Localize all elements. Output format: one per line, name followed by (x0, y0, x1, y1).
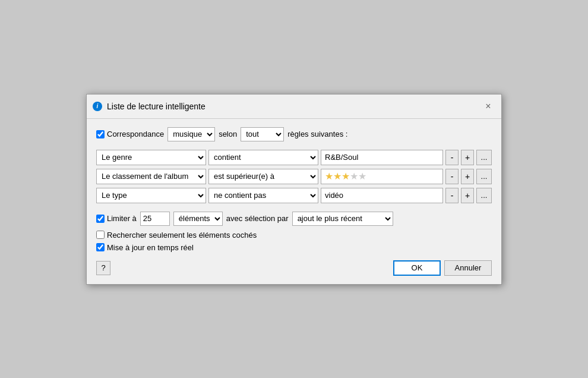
rule2-field-select[interactable]: Le genre Le titre L'artiste L'album Le t… (96, 169, 206, 184)
regles-label: règles suivantes : (287, 130, 347, 138)
limit-unit-select[interactable]: éléments Mo Go heures minutes (173, 212, 223, 226)
checked-only-row: Rechercher seulement les éléments cochés (96, 231, 492, 240)
star3[interactable]: ★ (342, 171, 350, 182)
limit-selection-select[interactable]: ajout le plus récent ajout le plus ancie… (292, 212, 393, 226)
music-select[interactable]: musique vidéo podcast (167, 127, 215, 141)
live-update-text: Mise à jour en temps réel (107, 243, 194, 252)
action-buttons: OK Annuler (393, 260, 492, 276)
limit-checkbox-label[interactable]: Limiter à (96, 214, 137, 223)
smart-playlist-dialog: i Liste de lecture intelligente × Corres… (86, 94, 502, 285)
rule2-dots-button[interactable]: ... (476, 169, 492, 184)
live-update-row: Mise à jour en temps réel (96, 243, 492, 252)
selection-label: avec sélection par (226, 214, 289, 223)
rule1-operator-select[interactable]: contient ne contient pas est n'est pas (208, 150, 318, 165)
rule1-minus-button[interactable]: - (445, 150, 459, 165)
rule2-minus-button[interactable]: - (445, 169, 459, 184)
rule3-operator-select[interactable]: contient ne contient pas est n'est pas (208, 188, 318, 203)
correspondence-checkbox-label[interactable]: Correspondance (96, 130, 164, 138)
rule3-dots-button[interactable]: ... (476, 188, 492, 203)
rules-grid: Le genre Le titre L'artiste L'album Le t… (96, 150, 492, 203)
star5-empty[interactable]: ★ (358, 171, 366, 182)
help-button[interactable]: ? (96, 261, 110, 275)
correspondence-checkbox[interactable] (96, 130, 105, 138)
rule3-value-input[interactable] (321, 188, 443, 203)
rule3-field-select[interactable]: Le genre Le titre L'artiste L'album Le t… (96, 188, 206, 203)
star4-empty[interactable]: ★ (350, 171, 358, 182)
checked-only-label[interactable]: Rechercher seulement les éléments cochés (96, 231, 257, 240)
title-bar-left: i Liste de lecture intelligente (93, 102, 206, 111)
rule2-plus-button[interactable]: + (461, 169, 474, 184)
correspondence-label: Correspondance (107, 130, 164, 138)
bottom-row: ? OK Annuler (96, 260, 492, 276)
dialog-icon: i (93, 102, 102, 111)
tout-select[interactable]: tout l'une aucune (241, 127, 284, 141)
selon-label: selon (219, 130, 237, 138)
limit-checkbox[interactable] (96, 215, 105, 223)
star2[interactable]: ★ (333, 171, 342, 182)
rule1-value-input[interactable] (321, 150, 443, 165)
dialog-body: Correspondance musique vidéo podcast sel… (87, 119, 501, 284)
rule3-minus-button[interactable]: - (445, 188, 459, 203)
live-update-checkbox[interactable] (96, 243, 105, 251)
rule-row: Le genre Le titre L'artiste L'album Le t… (96, 169, 492, 184)
rule2-operator-select[interactable]: est supérieur(e) à est inférieur(e) à es… (208, 169, 318, 184)
checked-only-checkbox[interactable] (96, 231, 105, 239)
rule1-dots-button[interactable]: ... (476, 150, 492, 165)
limit-value-input[interactable] (140, 212, 170, 226)
rule1-plus-button[interactable]: + (461, 150, 474, 165)
close-button[interactable]: × (481, 99, 495, 114)
dialog-title: Liste de lecture intelligente (107, 102, 206, 111)
title-bar: i Liste de lecture intelligente × (87, 94, 501, 119)
limit-row: Limiter à éléments Mo Go heures minutes … (96, 212, 492, 226)
correspondence-row: Correspondance musique vidéo podcast sel… (96, 127, 492, 141)
rule-row: Le genre Le titre L'artiste L'album Le t… (96, 150, 492, 165)
checked-only-text: Rechercher seulement les éléments cochés (107, 231, 257, 240)
rule1-field-select[interactable]: Le genre Le titre L'artiste L'album Le t… (96, 150, 206, 165)
ok-button[interactable]: OK (393, 260, 441, 276)
rule3-plus-button[interactable]: + (461, 188, 474, 203)
limit-label: Limiter à (107, 214, 137, 223)
rule-row: Le genre Le titre L'artiste L'album Le t… (96, 188, 492, 203)
star1[interactable]: ★ (325, 171, 333, 182)
rule2-stars-value[interactable]: ★ ★ ★ ★ ★ (321, 169, 443, 184)
live-update-label[interactable]: Mise à jour en temps réel (96, 243, 194, 252)
cancel-button[interactable]: Annuler (444, 260, 492, 276)
